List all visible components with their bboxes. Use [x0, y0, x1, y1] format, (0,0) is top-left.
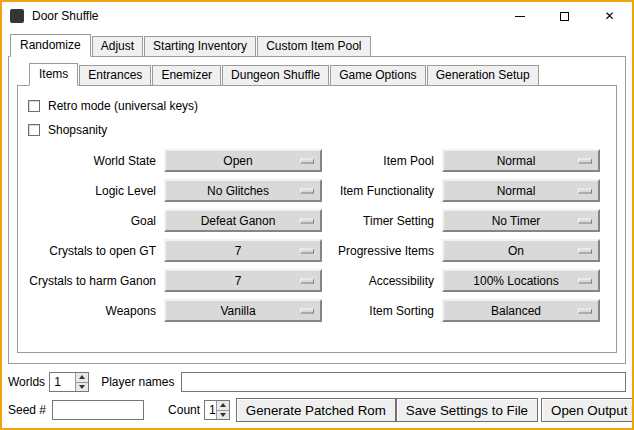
item-sorting-dropdown[interactable]: Balanced	[442, 299, 600, 322]
generate-patched-rom-button[interactable]: Generate Patched Rom	[236, 398, 396, 422]
crystals-open-gt-label: Crystals to open GT	[28, 244, 156, 258]
count-spinner[interactable]: 1	[204, 400, 230, 420]
goal-dropdown[interactable]: Defeat Ganon	[164, 209, 322, 232]
dropdown-indicator-icon	[578, 188, 592, 193]
worlds-value: 1	[50, 373, 75, 391]
window-controls: ✕	[497, 2, 632, 30]
retro-mode-checkbox-row[interactable]: Retro mode (universal keys)	[28, 95, 610, 117]
dropdown-indicator-icon	[300, 278, 314, 283]
spin-up-icon[interactable]	[217, 401, 229, 410]
count-label: Count	[168, 403, 200, 417]
player-names-label: Player names	[101, 375, 174, 389]
retro-mode-checkbox[interactable]	[28, 100, 40, 112]
dropdown-indicator-icon	[300, 188, 314, 193]
tab-starting-inventory[interactable]: Starting Inventory	[144, 36, 256, 57]
dropdown-indicator-icon	[578, 218, 592, 223]
logic-level-label: Logic Level	[28, 184, 156, 198]
tab-enemizer[interactable]: Enemizer	[152, 65, 221, 86]
tab-randomize[interactable]: Randomize	[10, 34, 91, 57]
tab-adjust[interactable]: Adjust	[92, 36, 143, 57]
crystals-harm-ganon-dropdown[interactable]: 7	[164, 269, 322, 292]
crystals-open-gt-dropdown[interactable]: 7	[164, 239, 322, 262]
count-value: 1	[205, 401, 216, 419]
shopsanity-label: Shopsanity	[48, 123, 107, 137]
tab-game-options[interactable]: Game Options	[330, 65, 425, 86]
titlebar: Door Shuffle ✕	[2, 2, 632, 30]
spin-down-icon[interactable]	[217, 410, 229, 420]
accessibility-dropdown[interactable]: 100% Locations	[442, 269, 600, 292]
maximize-icon	[560, 12, 569, 21]
tab-entrances[interactable]: Entrances	[79, 65, 151, 86]
randomize-tab-panel: Items Entrances Enemizer Dungeon Shuffle…	[8, 56, 626, 364]
tab-generation-setup[interactable]: Generation Setup	[427, 65, 539, 86]
timer-setting-dropdown[interactable]: No Timer	[442, 209, 600, 232]
shopsanity-checkbox[interactable]	[28, 124, 40, 136]
dropdown-indicator-icon	[300, 158, 314, 163]
world-state-dropdown[interactable]: Open	[164, 149, 322, 172]
primary-tabbar: Randomize Adjust Starting Inventory Cust…	[10, 34, 626, 57]
tab-items[interactable]: Items	[29, 63, 78, 86]
dropdown-indicator-icon	[300, 308, 314, 313]
save-settings-button[interactable]: Save Settings to File	[396, 398, 538, 422]
dropdown-indicator-icon	[578, 308, 592, 313]
dropdown-indicator-icon	[300, 248, 314, 253]
dropdown-indicator-icon	[578, 158, 592, 163]
weapons-label: Weapons	[28, 304, 156, 318]
item-functionality-label: Item Functionality	[330, 184, 434, 198]
dropdown-indicator-icon	[578, 248, 592, 253]
retro-mode-label: Retro mode (universal keys)	[48, 99, 198, 113]
close-button[interactable]: ✕	[587, 2, 632, 30]
player-names-input[interactable]	[181, 372, 627, 392]
goal-label: Goal	[28, 214, 156, 228]
spin-down-icon[interactable]	[76, 382, 88, 392]
options-grid: World State Open Item Pool Normal Logic …	[28, 149, 610, 322]
progressive-items-label: Progressive Items	[330, 244, 434, 258]
items-tab-panel: Retro mode (universal keys) Shopsanity W…	[17, 85, 617, 353]
worlds-spinner[interactable]: 1	[49, 372, 89, 392]
maximize-button[interactable]	[542, 2, 587, 30]
close-icon: ✕	[604, 10, 614, 22]
item-pool-label: Item Pool	[330, 154, 434, 168]
timer-setting-label: Timer Setting	[330, 214, 434, 228]
logic-level-dropdown[interactable]: No Glitches	[164, 179, 322, 202]
spin-up-icon[interactable]	[76, 373, 88, 382]
seed-input[interactable]	[52, 400, 144, 420]
generate-row: Seed # Count 1 Generate Patched Rom Save…	[8, 398, 626, 422]
minimize-icon	[515, 16, 525, 17]
worlds-spinner-arrows	[75, 373, 88, 391]
item-sorting-label: Item Sorting	[330, 304, 434, 318]
window-title: Door Shuffle	[32, 9, 99, 23]
open-output-directory-button[interactable]: Open Output Directory	[541, 398, 634, 422]
multiworld-row: Worlds 1 Player names	[8, 372, 626, 392]
tab-custom-item-pool[interactable]: Custom Item Pool	[257, 36, 370, 57]
dropdown-indicator-icon	[578, 278, 592, 283]
weapons-dropdown[interactable]: Vanilla	[164, 299, 322, 322]
accessibility-label: Accessibility	[330, 274, 434, 288]
door-shuffle-window: Door Shuffle ✕ Randomize Adjust Starting…	[0, 0, 634, 430]
crystals-harm-ganon-label: Crystals to harm Ganon	[28, 274, 156, 288]
world-state-label: World State	[28, 154, 156, 168]
tab-dungeon-shuffle[interactable]: Dungeon Shuffle	[222, 65, 329, 86]
shopsanity-checkbox-row[interactable]: Shopsanity	[28, 119, 610, 141]
count-spinner-arrows	[216, 401, 229, 419]
window-body: Randomize Adjust Starting Inventory Cust…	[2, 30, 632, 428]
progressive-items-dropdown[interactable]: On	[442, 239, 600, 262]
seed-label: Seed #	[8, 403, 46, 417]
worlds-label: Worlds	[8, 375, 45, 389]
app-icon	[10, 9, 24, 23]
dropdown-indicator-icon	[300, 218, 314, 223]
item-pool-dropdown[interactable]: Normal	[442, 149, 600, 172]
item-functionality-dropdown[interactable]: Normal	[442, 179, 600, 202]
secondary-tabbar: Items Entrances Enemizer Dungeon Shuffle…	[29, 63, 617, 86]
minimize-button[interactable]	[497, 2, 542, 30]
